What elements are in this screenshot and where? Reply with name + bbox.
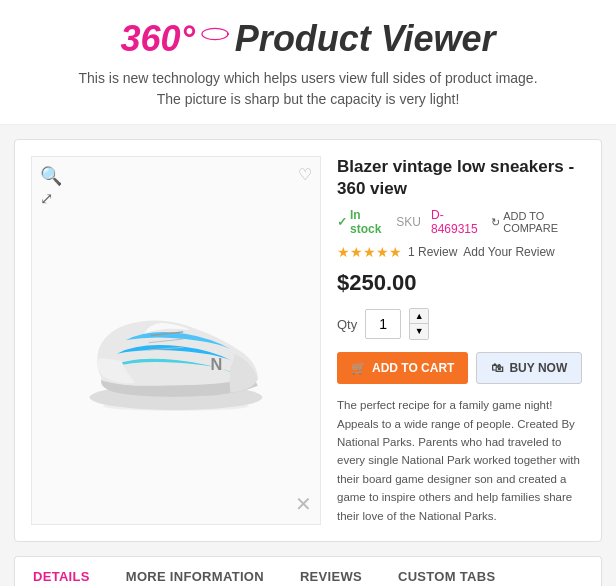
cart-buttons-row: 🛒 ADD TO CART 🛍 BUY NOW <box>337 352 585 384</box>
product-price: $250.00 <box>337 270 585 296</box>
tab-custom-tabs[interactable]: CUSTOM TABS <box>380 557 513 586</box>
product-meta: In stock SKU D-8469315 ↻ ADD TO COMPARE <box>337 208 585 236</box>
buy-now-button[interactable]: 🛍 BUY NOW <box>476 352 582 384</box>
hero-section: 360° Product Viewer This is new technolo… <box>0 0 616 125</box>
tabs-bar: DETAILS MORE INFORMATION REVIEWS CUSTOM … <box>14 556 602 586</box>
qty-input[interactable] <box>365 309 401 339</box>
svg-point-7 <box>103 402 248 411</box>
sku-value: D-8469315 <box>431 208 481 236</box>
product-info: Blazer vintage low sneakers - 360 view I… <box>337 156 585 525</box>
sku-label: SKU <box>396 215 421 229</box>
expand-icon[interactable]: ⤢ <box>40 189 53 208</box>
hero-subtitle: This is new technology which helps users… <box>20 68 596 110</box>
product-name: Blazer vintage low sneakers - 360 view <box>337 156 585 200</box>
qty-stepper[interactable]: ▲ ▼ <box>409 308 429 340</box>
hero-360-badge: 360° <box>120 18 194 60</box>
product-card: 🔍 ⤢ ♡ ✕ N <box>14 139 602 542</box>
tab-reviews[interactable]: REVIEWS <box>282 557 380 586</box>
refresh-icon: ↻ <box>491 216 500 229</box>
bag-icon: 🛍 <box>491 361 503 375</box>
tab-more-information[interactable]: MORE INFORMATION <box>108 557 282 586</box>
qty-label: Qty <box>337 317 357 332</box>
add-to-compare-link[interactable]: ↻ ADD TO COMPARE <box>491 210 585 234</box>
add-review-link[interactable]: Add Your Review <box>463 245 554 259</box>
add-to-cart-button[interactable]: 🛒 ADD TO CART <box>337 352 468 384</box>
svg-point-0 <box>202 28 228 39</box>
cart-icon: 🛒 <box>351 361 366 375</box>
product-image: N <box>76 260 276 420</box>
qty-decrement[interactable]: ▼ <box>410 324 428 339</box>
svg-text:N: N <box>211 355 223 373</box>
product-description: The perfect recipe for a family game nig… <box>337 396 585 525</box>
product-image-panel: 🔍 ⤢ ♡ ✕ N <box>31 156 321 525</box>
orbit-icon <box>201 20 229 48</box>
hero-product-viewer-text: Product Viewer <box>235 18 496 60</box>
tab-details[interactable]: DETAILS <box>15 557 108 586</box>
star-rating: ★★★★★ <box>337 244 402 260</box>
hero-title: 360° Product Viewer <box>20 18 596 60</box>
in-stock-badge: In stock <box>337 208 386 236</box>
search-icon[interactable]: 🔍 <box>40 165 62 187</box>
wishlist-icon[interactable]: ♡ <box>298 165 312 184</box>
reviews-row: ★★★★★ 1 Review Add Your Review <box>337 244 585 260</box>
close-icon[interactable]: ✕ <box>295 492 312 516</box>
qty-row: Qty ▲ ▼ <box>337 308 585 340</box>
qty-increment[interactable]: ▲ <box>410 309 428 324</box>
review-count: 1 Review <box>408 245 457 259</box>
